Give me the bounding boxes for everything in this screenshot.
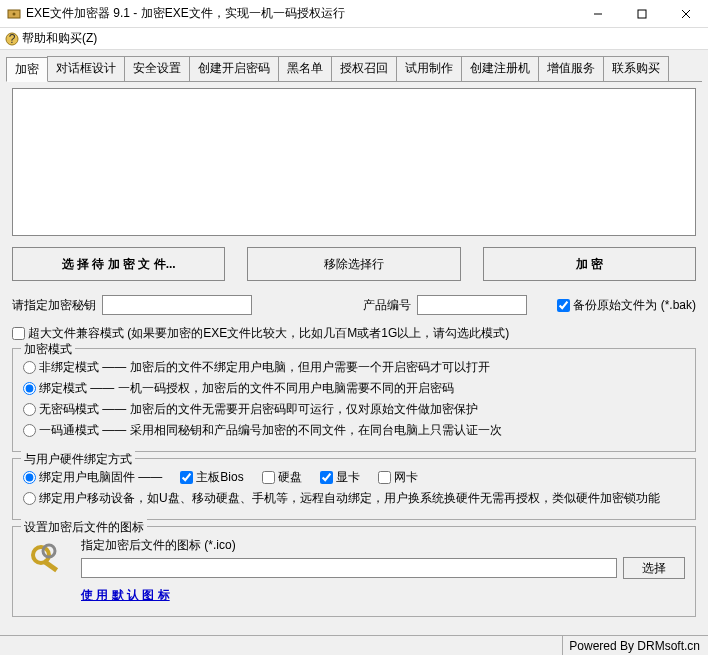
- secret-key-label: 请指定加密秘钥: [12, 297, 96, 314]
- remove-selected-button[interactable]: 移除选择行: [247, 247, 460, 281]
- backup-text: 备份原始文件为 (*.bak): [573, 297, 696, 314]
- hw-disk-label[interactable]: 硬盘: [262, 469, 302, 486]
- hw-nic-text: 网卡: [394, 469, 418, 486]
- hw-disk-text: 硬盘: [278, 469, 302, 486]
- mode-onepass-radio[interactable]: [23, 424, 36, 437]
- icon-preview: [23, 537, 71, 585]
- mode-unbound-text: 非绑定模式 —— 加密后的文件不绑定用户电脑，但用户需要一个开启密码才可以打开: [39, 359, 490, 376]
- icon-group: 设置加密后文件的图标 指定加密后文件的图标 (*.ico) 选择: [12, 526, 696, 617]
- encrypt-button[interactable]: 加 密: [483, 247, 696, 281]
- tab-security[interactable]: 安全设置: [124, 56, 190, 81]
- hw-mobile-label[interactable]: 绑定用户移动设备，如U盘、移动硬盘、手机等，远程自动绑定，用户换系统换硬件无需再…: [23, 490, 660, 507]
- icon-hint: 指定加密后文件的图标 (*.ico): [81, 537, 685, 554]
- mode-bound-radio[interactable]: [23, 382, 36, 395]
- mode-nopass-radio[interactable]: [23, 403, 36, 416]
- minimize-button[interactable]: [576, 0, 620, 27]
- close-icon: [681, 9, 691, 19]
- icon-legend: 设置加密后文件的图标: [21, 519, 147, 536]
- hw-gpu-text: 显卡: [336, 469, 360, 486]
- hw-firmware-text: 绑定用户电脑固件 ——: [39, 469, 162, 486]
- tab-blacklist[interactable]: 黑名单: [278, 56, 332, 81]
- app-icon: [6, 6, 22, 22]
- hw-bios-label[interactable]: 主板Bios: [180, 469, 243, 486]
- svg-rect-9: [42, 559, 58, 572]
- hw-bios-checkbox[interactable]: [180, 471, 193, 484]
- hw-bind-legend: 与用户硬件绑定方式: [21, 451, 135, 468]
- backup-checkbox-label[interactable]: 备份原始文件为 (*.bak): [557, 297, 696, 314]
- large-file-checkbox-label[interactable]: 超大文件兼容模式 (如果要加密的EXE文件比较大，比如几百M或者1G以上，请勾选…: [12, 325, 509, 342]
- maximize-button[interactable]: [620, 0, 664, 27]
- svg-rect-3: [638, 10, 646, 18]
- large-file-text: 超大文件兼容模式 (如果要加密的EXE文件比较大，比如几百M或者1G以上，请勾选…: [28, 325, 509, 342]
- tab-keygen[interactable]: 创建注册机: [461, 56, 539, 81]
- choose-icon-button[interactable]: 选择: [623, 557, 685, 579]
- help-icon: ?: [4, 31, 20, 47]
- close-button[interactable]: [664, 0, 708, 27]
- menubar: ? 帮助和购买(Z): [0, 28, 708, 50]
- svg-text:?: ?: [9, 32, 16, 46]
- hw-bios-text: 主板Bios: [196, 469, 243, 486]
- tab-dialog-design[interactable]: 对话框设计: [47, 56, 125, 81]
- mode-bound-label[interactable]: 绑定模式 —— 一机一码授权，加密后的文件不同用户电脑需要不同的开启密码: [23, 380, 454, 397]
- maximize-icon: [637, 9, 647, 19]
- mode-onepass-label[interactable]: 一码通模式 —— 采用相同秘钥和产品编号加密的不同文件，在同台电脑上只需认证一次: [23, 422, 502, 439]
- mode-nopass-label[interactable]: 无密码模式 —— 加密后的文件无需要开启密码即可运行，仅对原始文件做加密保护: [23, 401, 478, 418]
- use-default-icon-link[interactable]: 使 用 默 认 图 标: [81, 588, 170, 602]
- encrypt-label: 加 密: [576, 256, 603, 273]
- keys-icon: [27, 541, 67, 581]
- hw-bind-group: 与用户硬件绑定方式 绑定用户电脑固件 —— 主板Bios 硬盘 显卡 网卡 绑定…: [12, 458, 696, 520]
- tab-value-added[interactable]: 增值服务: [538, 56, 604, 81]
- hw-firmware-radio[interactable]: [23, 471, 36, 484]
- hw-gpu-checkbox[interactable]: [320, 471, 333, 484]
- select-files-button[interactable]: 选 择 待 加 密 文 件...: [12, 247, 225, 281]
- mode-bound-text: 绑定模式 —— 一机一码授权，加密后的文件不同用户电脑需要不同的开启密码: [39, 380, 454, 397]
- statusbar: Powered By DRMsoft.cn: [0, 635, 708, 655]
- hw-mobile-radio[interactable]: [23, 492, 36, 505]
- encrypt-mode-legend: 加密模式: [21, 341, 75, 358]
- powered-by: Powered By DRMsoft.cn: [562, 636, 700, 655]
- secret-key-input[interactable]: [102, 295, 252, 315]
- mode-unbound-label[interactable]: 非绑定模式 —— 加密后的文件不绑定用户电脑，但用户需要一个开启密码才可以打开: [23, 359, 490, 376]
- product-id-label: 产品编号: [363, 297, 411, 314]
- file-list[interactable]: [12, 88, 696, 236]
- encrypt-mode-group: 加密模式 非绑定模式 —— 加密后的文件不绑定用户电脑，但用户需要一个开启密码才…: [12, 348, 696, 452]
- hw-nic-label[interactable]: 网卡: [378, 469, 418, 486]
- svg-point-1: [13, 12, 16, 15]
- minimize-icon: [593, 9, 603, 19]
- backup-checkbox[interactable]: [557, 299, 570, 312]
- titlebar: EXE文件加密器 9.1 - 加密EXE文件，实现一机一码授权运行: [0, 0, 708, 28]
- tab-trial[interactable]: 试用制作: [396, 56, 462, 81]
- mode-onepass-text: 一码通模式 —— 采用相同秘钥和产品编号加密的不同文件，在同台电脑上只需认证一次: [39, 422, 502, 439]
- icon-path-input[interactable]: [81, 558, 617, 578]
- tab-create-password[interactable]: 创建开启密码: [189, 56, 279, 81]
- hw-nic-checkbox[interactable]: [378, 471, 391, 484]
- mode-unbound-radio[interactable]: [23, 361, 36, 374]
- menu-help-buy[interactable]: 帮助和购买(Z): [22, 30, 97, 47]
- hw-gpu-label[interactable]: 显卡: [320, 469, 360, 486]
- hw-firmware-label[interactable]: 绑定用户电脑固件 ——: [23, 469, 162, 486]
- tab-contact[interactable]: 联系购买: [603, 56, 669, 81]
- tab-strip: 加密 对话框设计 安全设置 创建开启密码 黑名单 授权召回 试用制作 创建注册机…: [6, 56, 702, 82]
- mode-nopass-text: 无密码模式 —— 加密后的文件无需要开启密码即可运行，仅对原始文件做加密保护: [39, 401, 478, 418]
- select-files-label: 选 择 待 加 密 文 件...: [62, 256, 176, 273]
- hw-disk-checkbox[interactable]: [262, 471, 275, 484]
- hw-mobile-text: 绑定用户移动设备，如U盘、移动硬盘、手机等，远程自动绑定，用户换系统换硬件无需再…: [39, 490, 660, 507]
- large-file-checkbox[interactable]: [12, 327, 25, 340]
- window-title: EXE文件加密器 9.1 - 加密EXE文件，实现一机一码授权运行: [26, 5, 576, 22]
- tab-revoke[interactable]: 授权召回: [331, 56, 397, 81]
- tab-encrypt[interactable]: 加密: [6, 57, 48, 82]
- product-id-input[interactable]: [417, 295, 527, 315]
